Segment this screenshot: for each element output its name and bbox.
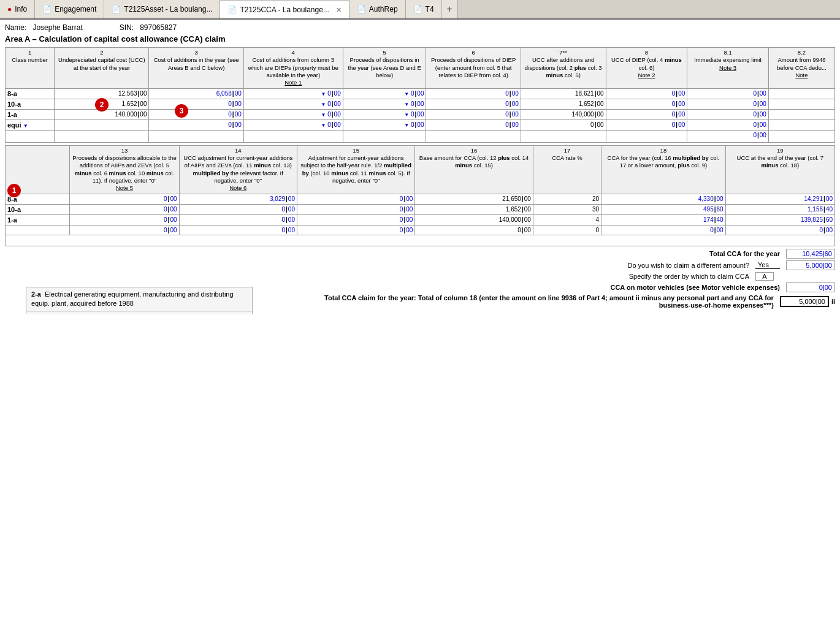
col-1-header: 1Class number xyxy=(6,48,55,89)
row2-col6: 0|00 xyxy=(426,99,521,109)
brow3-col17: 4 xyxy=(533,214,601,225)
row3-class: 1-a xyxy=(6,109,55,119)
row1-col6: 0|00 xyxy=(426,88,521,99)
tab-t2125cca[interactable]: 📄 T2125CCA - La boulange... ✕ xyxy=(220,0,349,18)
tab-engagement-label: Engagement xyxy=(55,5,96,13)
row4-col81: 0|00 xyxy=(687,119,769,130)
tab-info[interactable]: ● Info xyxy=(0,0,35,18)
brow1-col15: 0|00 xyxy=(297,194,414,204)
brow1-col18: 4,330|00 xyxy=(601,194,726,204)
col-4-header: 4Cost of additions from column 3 which a… xyxy=(243,48,343,89)
engagement-doc-icon: 📄 xyxy=(42,5,52,13)
row2-col4: ▼ 0|00 xyxy=(243,99,343,109)
row1-class: 8-a xyxy=(6,88,55,99)
tab-t2125asset-label: T2125Asset - La boulang... xyxy=(124,5,212,13)
brow3-class: 1-a xyxy=(6,214,70,225)
row1-col81: 0|00 xyxy=(687,88,769,99)
different-amount-value[interactable]: 5,000|00 xyxy=(786,260,835,270)
total-cca-label: Total CCA for the year xyxy=(709,250,780,257)
col-13-header: 13Proceeds of dispositions allocable to … xyxy=(70,145,179,194)
row2-col82 xyxy=(768,99,834,109)
total-cca-row: Total CCA for the year 10,425|60 xyxy=(5,249,835,259)
main-content: Name: Josephe Barrat SIN: 897065827 Area… xyxy=(0,20,840,314)
brow4-col15: 0|00 xyxy=(297,225,414,235)
row3-col5: ▼ 0|00 xyxy=(343,109,426,119)
row4-col5: ▼ 0|00 xyxy=(343,119,426,130)
brow3-col14: 0|00 xyxy=(179,214,297,225)
yes-input[interactable]: Yes xyxy=(755,261,780,269)
col-14-header: 14UCC adjustment for current-year additi… xyxy=(179,145,297,194)
col-81-header: 8.1Immediate expensing limitNote 3 xyxy=(687,48,769,89)
extra-col82 xyxy=(768,130,834,142)
brow3-col15: 0|00 xyxy=(297,214,414,225)
col-15-header: 15Adjustment for current-year additions … xyxy=(297,145,414,194)
row4-col6: 0|00 xyxy=(426,119,521,130)
brow3-col18: 174|40 xyxy=(601,214,726,225)
tab-add-button[interactable]: + xyxy=(442,0,458,18)
col-7-header: 7**UCC after additions and dispositions … xyxy=(521,48,606,89)
different-amount-label: Do you wish to claim a different amount? xyxy=(627,262,749,269)
row1-col5: ▼ 0|00 xyxy=(343,88,426,99)
row3-col6: 0|00 xyxy=(426,109,521,119)
brow1-col17: 20 xyxy=(533,194,601,204)
brow3-col16: 140,000|00 xyxy=(415,214,533,225)
brow4-col16: 0|00 xyxy=(415,225,533,235)
col-82-header: 8.2Amount from 9946 before CCA dedu...No… xyxy=(768,48,834,89)
row2-col3: 0|00 xyxy=(149,99,243,109)
col-6-header: 6Proceeds of dispositions of DIEP (enter… xyxy=(426,48,521,89)
brow2-col17: 30 xyxy=(533,204,601,214)
tab-authrep[interactable]: 📄 AuthRep xyxy=(349,0,406,18)
table-row: 10-a 1,652|00 0|00 ▼ 0|00 ▼ 0|00 0|00 1,… xyxy=(6,99,835,109)
t4-doc-icon: 📄 xyxy=(413,5,422,13)
section-title: Area A – Calculation of capital cost all… xyxy=(5,34,835,44)
extra-col8 xyxy=(606,130,687,142)
tab-t4[interactable]: 📄 T4 xyxy=(406,0,442,18)
tab-authrep-label: AuthRep xyxy=(369,5,398,13)
order-label: Specify the order by which to claim CCA xyxy=(629,273,749,280)
extra-col2 xyxy=(55,130,149,142)
tab-engagement[interactable]: 📄 Engagement xyxy=(35,0,104,18)
total-claim-label: Total CCA claim for the year: Total of c… xyxy=(314,294,774,309)
table-row: 8-a 0|00 3,029|00 0|00 21,650|00 20 4,33… xyxy=(6,194,835,204)
row3-col3: 0|00 xyxy=(149,109,243,119)
row4-col2 xyxy=(55,119,149,130)
sin-label: SIN: xyxy=(120,23,134,32)
row1-col7: 18,621|00 xyxy=(521,88,606,99)
name-label: Name: xyxy=(5,23,26,32)
name-value: Josephe Barrat xyxy=(32,23,82,32)
tab-close-button[interactable]: ✕ xyxy=(336,6,342,14)
row4-col7: 0|00 xyxy=(521,119,606,130)
motor-value[interactable]: 0|00 xyxy=(786,282,835,292)
cca-top-table: 1Class number 2Undepreciated capital cos… xyxy=(5,47,835,143)
class-dropdown-list[interactable]: 2-a Electrical generating equipment, man… xyxy=(26,287,253,314)
total-claim-value[interactable]: 5,000|00 xyxy=(780,296,829,307)
brow4-col17: 0 xyxy=(533,225,601,235)
empty-row xyxy=(6,235,835,246)
table-row: 10-a 0|00 0|00 0|00 1,652|00 30 495|60 1… xyxy=(6,204,835,214)
brow1-col13: 0|00 xyxy=(70,194,179,204)
table-row-extra: 0|00 xyxy=(6,130,835,142)
brow4-col19: 0|00 xyxy=(725,225,834,235)
total-cca-value[interactable]: 10,425|60 xyxy=(786,249,835,259)
t2125cca-doc-icon: 📄 xyxy=(227,6,237,14)
dropdown-item-2a[interactable]: 2-a Electrical generating equipment, man… xyxy=(26,287,252,312)
tab-t2125asset[interactable]: 📄 T2125Asset - La boulang... xyxy=(104,0,220,18)
table-row: 1-a 140,000|00 0|00 ▼ 0|00 ▼ 0|00 0|00 1… xyxy=(6,109,835,119)
extra-col4 xyxy=(243,130,343,142)
row4-col3: 0|00 xyxy=(149,119,243,130)
brow1-col19: 14,291|00 xyxy=(725,194,834,204)
row3-col8: 0|00 xyxy=(606,109,687,119)
brow4-col13: 0|00 xyxy=(70,225,179,235)
brow2-col16: 1,652|00 xyxy=(415,204,533,214)
dropdown-item-7a[interactable]: 7-a Property that is a canoe, scow, vess… xyxy=(26,312,252,314)
annotation-3: 3 xyxy=(175,104,188,118)
table-row: 0|00 0|00 0|00 0|00 0 0|00 0|00 xyxy=(6,225,835,235)
order-value[interactable]: A xyxy=(755,272,774,281)
row1-col2: 12,563|00 xyxy=(55,88,149,99)
col-5-header: 5Proceeds of dispositions in the year (s… xyxy=(343,48,426,89)
annotation-1: 1 xyxy=(7,184,21,197)
tab-bar: ● Info 📄 Engagement 📄 T2125Asset - La bo… xyxy=(0,0,840,20)
row4-class: equi ▼ xyxy=(6,119,55,130)
different-amount-row: Do you wish to claim a different amount?… xyxy=(5,260,835,270)
row4-col8: 0|00 xyxy=(606,119,687,130)
